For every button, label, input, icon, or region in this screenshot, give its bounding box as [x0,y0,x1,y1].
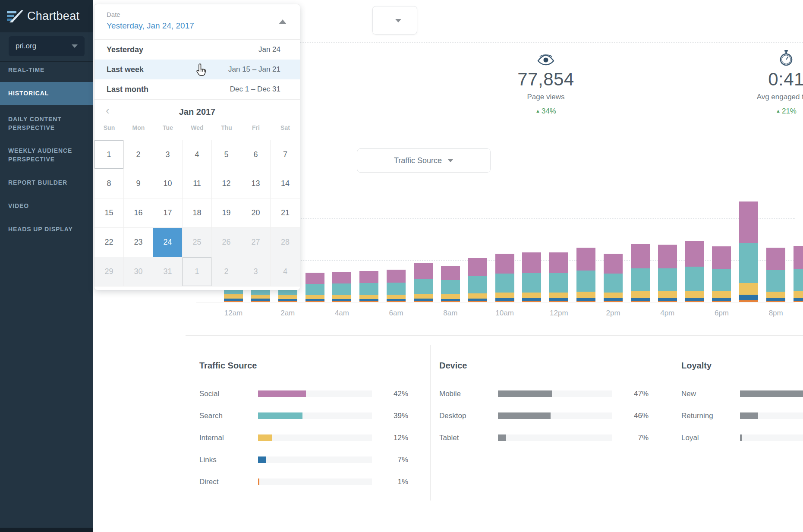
calendar-day: 28 [271,228,300,257]
bar-segment-internal [712,291,731,298]
calendar-day[interactable]: 6 [241,140,271,169]
bar-segment-internal [631,291,650,298]
bar-segment-direct [278,301,297,302]
sidebar-item-report-builder[interactable]: REPORT BUILDER [0,173,93,192]
bar-segment-search [522,273,541,293]
chart-bar: 4am [332,272,351,302]
calendar-month-title: Jan 2017 [179,107,216,117]
x-axis-label: 2am [268,309,307,318]
calendar-day[interactable]: 16 [124,198,153,228]
bar-segment-search [468,276,487,293]
calendar-day[interactable]: 3 [153,140,183,169]
bar-segment-direct [468,301,487,302]
breakdown-bar-track [258,478,372,485]
bar-segment-internal [495,293,514,298]
bar-segment-social [576,248,595,271]
breakdown-bar-track [258,456,372,463]
calendar-day[interactable]: 12 [212,169,241,198]
bar-segment-direct [631,301,650,302]
eye-icon [477,50,615,66]
calendar-day[interactable]: 13 [241,169,271,198]
bar-segment-direct [712,301,731,302]
breakdown-bar-track [498,434,612,441]
calendar-day: 30 [124,257,153,286]
bar-segment-social [658,245,677,268]
calendar-day[interactable]: 10 [153,169,183,198]
traffic-source-dropdown-button[interactable]: Traffic Source [357,148,491,173]
bar-segment-search [739,243,758,283]
chart-bar: 2pm [604,254,623,302]
calendar-day[interactable]: 5 [212,140,241,169]
chevron-up-icon[interactable] [279,19,287,24]
preset-yesterday[interactable]: Yesterday Jan 24 [94,40,300,60]
breakdown-percent: 1% [372,478,408,486]
sidebar-item-video[interactable]: VIDEO [0,197,93,216]
calendar-day[interactable]: 23 [124,228,153,257]
calendar-day[interactable]: 14 [271,169,300,198]
chevron-down-icon [395,19,401,22]
calendar-day[interactable]: 7 [271,140,300,169]
calendar-day[interactable]: 21 [271,198,300,228]
preset-last-month[interactable]: Last month Dec 1 – Dec 31 [94,79,300,99]
chart-bar [414,263,433,302]
stopwatch-icon [717,50,803,66]
x-axis-label: 4pm [648,309,687,318]
vertical-divider [430,345,431,501]
calendar-day[interactable]: 15 [94,198,124,228]
bar-segment-direct [359,301,378,302]
calendar-day: 1 [183,257,212,286]
breakdown-percent: 7% [612,434,649,442]
calendar-day[interactable]: 17 [153,198,183,228]
sidebar-item-historical[interactable]: HISTORICAL [0,82,93,105]
breakdown-label: Desktop [439,412,498,420]
bar-segment-search [604,274,623,293]
calendar-day[interactable]: 4 [183,140,212,169]
x-axis-label: 8pm [756,309,795,318]
sidebar-item-real-time[interactable]: REAL-TIME [0,61,93,80]
bar-segment-internal [522,293,541,298]
bar-segment-social [685,241,704,267]
bar-segment-internal [359,295,378,299]
bar-segment-social [766,248,785,270]
bar-segment-direct [549,301,568,302]
sidebar: Chartbeat pri.org REAL-TIME HISTORICAL D… [0,0,93,532]
calendar-day[interactable]: 19 [212,198,241,228]
bar-segment-links [794,298,803,301]
chevron-left-icon[interactable]: ‹ [106,105,110,116]
sidebar-item-heads-up-display[interactable]: HEADS UP DISPLAY [0,220,93,239]
brand-name: Chartbeat [27,9,79,23]
bar-segment-direct [414,301,433,302]
bar-segment-direct [766,301,785,302]
breakdown-row: Links7% [199,455,408,465]
calendar-day[interactable]: 1 [94,140,124,169]
calendar-day[interactable]: 2 [124,140,153,169]
site-selector[interactable]: pri.org [9,36,85,56]
bar-segment-internal [251,295,270,299]
hourly-stacked-bar-chart: 12am2am4am6am8am10am12pm2pm4pm6pm8pm10pm [224,190,803,302]
metric-page-views: 77,854 Page views ▲34% [477,50,615,116]
chart-bar [631,244,650,302]
panel-title: Traffic Source [199,361,408,371]
calendar-day[interactable]: 22 [94,228,124,257]
panel-title: Device [439,361,649,371]
page-views-value: 77,854 [477,69,615,90]
bar-segment-social [522,252,541,273]
preset-last-week[interactable]: Last week Jan 15 – Jan 21 [94,60,300,79]
calendar-day[interactable]: 24 [153,228,183,257]
bar-segment-search [685,267,704,291]
calendar-day[interactable]: 20 [241,198,271,228]
calendar-day[interactable]: 8 [94,169,124,198]
calendar-day[interactable]: 18 [183,198,212,228]
sidebar-item-daily-content-perspective[interactable]: DAILY CONTENT PERSPECTIVE [0,111,93,136]
calendar-day[interactable]: 9 [124,169,153,198]
breakdown-row: Search39% [199,411,408,421]
chevron-down-icon [447,159,453,162]
calendar-day[interactable]: 11 [183,169,212,198]
calendar-weekday: Fri [241,124,271,140]
header-collapsed-dropdown[interactable] [372,6,417,35]
panel-title: Loyalty [681,361,803,371]
date-picker-value[interactable]: Yesterday, Jan 24, 2017 [107,21,288,31]
chartbeat-logo[interactable]: Chartbeat [0,0,93,32]
chart-bar [794,246,803,302]
sidebar-item-weekly-audience-perspective[interactable]: WEEKLY AUDIENCE PERSPECTIVE [0,143,93,168]
